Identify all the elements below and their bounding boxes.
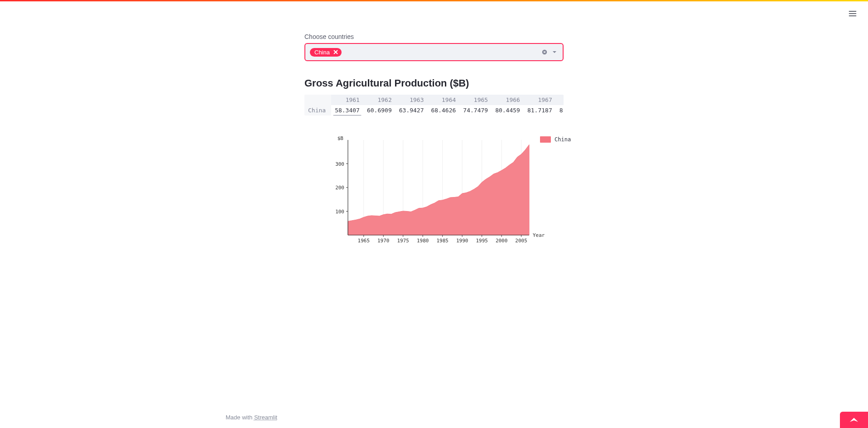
svg-text:1970: 1970 (377, 238, 390, 244)
multiselect-input[interactable] (344, 48, 353, 56)
cell[interactable]: 63.9427 (395, 105, 428, 115)
footer-link[interactable]: Streamlit (254, 414, 277, 421)
clear-all-button[interactable] (541, 48, 548, 56)
cell[interactable]: 68.4626 (428, 105, 460, 115)
cell[interactable]: 60.6909 (363, 105, 395, 115)
selected-tag-china[interactable]: China (310, 48, 342, 57)
col-header: 1961 (331, 95, 363, 105)
cell[interactable]: 81.7187 (524, 105, 556, 115)
footer: Made with Streamlit (226, 414, 277, 421)
legend-item: China (540, 136, 571, 143)
cell[interactable]: 58.3407 (331, 105, 363, 115)
cell[interactable]: 81.4748 (556, 105, 564, 115)
remove-tag-button[interactable] (333, 49, 339, 55)
country-multiselect[interactable]: China (304, 43, 564, 61)
streamlit-badge[interactable] (840, 412, 868, 428)
row-label: China (304, 105, 331, 115)
svg-text:2000: 2000 (496, 238, 508, 244)
col-header: 1964 (428, 95, 460, 105)
footer-text: Made with (226, 414, 254, 421)
dropdown-toggle[interactable] (551, 48, 558, 56)
svg-text:1990: 1990 (456, 238, 468, 244)
legend-swatch (540, 136, 551, 143)
close-icon (333, 50, 338, 54)
svg-text:$B: $B (338, 135, 344, 141)
col-header: 1962 (363, 95, 395, 105)
table-header-row: 1961 1962 1963 1964 1965 1966 1967 1968 (304, 95, 564, 105)
col-header: 1967 (524, 95, 556, 105)
cell[interactable]: 80.4459 (492, 105, 524, 115)
svg-text:2005: 2005 (515, 238, 527, 244)
col-header: 1963 (395, 95, 428, 105)
area-chart[interactable]: 1002003001965197019751980198519901995200… (332, 135, 531, 250)
hamburger-icon (848, 9, 857, 18)
col-header: 1966 (492, 95, 524, 105)
tag-label: China (314, 49, 330, 56)
section-title: Gross Agricultural Production ($B) (304, 77, 564, 89)
svg-text:1965: 1965 (358, 238, 370, 244)
chevron-down-icon (552, 49, 557, 55)
table-row[interactable]: China 58.3407 60.6909 63.9427 68.4626 74… (304, 105, 564, 115)
streamlit-icon (849, 416, 859, 424)
cell[interactable]: 74.7479 (459, 105, 492, 115)
svg-text:1985: 1985 (436, 238, 448, 244)
svg-text:200: 200 (335, 185, 344, 191)
chart-canvas: 1002003001965197019751980198519901995200… (332, 135, 531, 249)
data-table[interactable]: 1961 1962 1963 1964 1965 1966 1967 1968 … (304, 95, 564, 115)
x-circle-icon (542, 49, 547, 55)
multiselect-label: Choose countries (304, 33, 564, 40)
main-menu-button[interactable] (845, 6, 860, 21)
col-header: 1965 (459, 95, 492, 105)
svg-text:1980: 1980 (417, 238, 429, 244)
svg-text:300: 300 (335, 161, 344, 167)
legend-label: China (555, 136, 571, 143)
svg-text:1995: 1995 (476, 238, 488, 244)
svg-text:100: 100 (335, 209, 344, 215)
svg-text:1975: 1975 (397, 238, 409, 244)
col-header: 1968 (556, 95, 564, 105)
